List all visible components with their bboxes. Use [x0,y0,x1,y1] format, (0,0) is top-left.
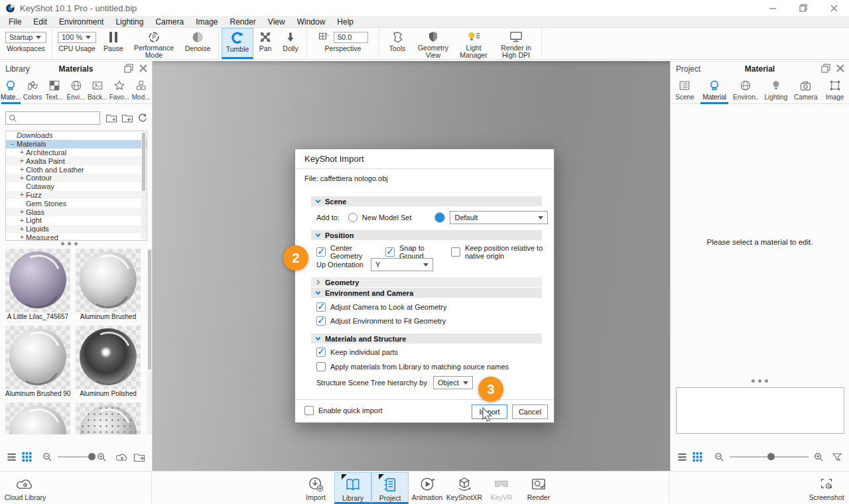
panel-resize-handle[interactable] [671,379,849,383]
tree-item-measured[interactable]: +Measured [6,233,147,241]
adjust-camera-checkbox[interactable] [316,302,326,312]
pan-button[interactable]: Pan [253,28,277,59]
expand-expander[interactable]: + [18,174,26,182]
tab-environments[interactable]: Envi... [65,79,87,101]
pause-button[interactable]: Pause [99,28,128,59]
tab-backplates[interactable]: Back... [87,79,109,101]
menu-edit[interactable]: Edit [27,17,53,27]
expand-expander[interactable]: + [18,191,26,198]
cancel-button[interactable]: Cancel [512,405,548,419]
close-panel-icon[interactable] [139,64,148,73]
tab-textures[interactable]: Text... [43,79,65,101]
center-geometry-checkbox[interactable] [316,247,326,257]
expand-expander[interactable]: + [18,149,26,156]
tree-item-cloth-and-leather[interactable]: +Cloth and Leather [6,165,147,174]
list-view-icon[interactable] [677,452,687,462]
menu-lighting[interactable]: Lighting [109,17,149,27]
zoom-out-icon[interactable] [714,452,724,462]
dolly-button[interactable]: Dolly [277,28,304,59]
tab-lighting[interactable]: Lighting [761,79,791,101]
material-thumb[interactable] [5,403,70,434]
filter-funnel-icon[interactable] [832,452,842,462]
section-materials-structure[interactable]: Materials and Structure [311,334,542,344]
menu-camera[interactable]: Camera [149,17,190,27]
collapse-expander[interactable]: − [9,141,17,148]
tumble-button[interactable]: Tumble [222,28,253,59]
tab-favorites[interactable]: Favo... [109,79,131,101]
close-button[interactable] [818,0,849,16]
grid-view-icon[interactable] [22,452,32,462]
tree-item-light[interactable]: +Light [6,216,147,225]
preview-size-slider[interactable] [730,456,809,458]
slider-knob[interactable] [88,453,96,460]
section-position[interactable]: Position [311,230,542,240]
import-folder-icon[interactable] [121,113,133,123]
expand-expander[interactable]: + [18,225,26,233]
section-scene[interactable]: Scene [311,196,542,206]
tree-item-fuzz[interactable]: +Fuzz [6,191,147,200]
workspaces-dropdown[interactable]: Startup [5,32,46,43]
tree-item-axalta-paint[interactable]: +Axalta Paint [6,157,147,165]
performance-mode-button[interactable]: P Performance Mode [128,28,180,59]
dock-screenshot[interactable]: Screenshot [808,472,845,504]
light-manager-button[interactable]: Light Manager [454,28,493,59]
new-model-set-radio[interactable] [348,213,358,222]
tree-item-liquids[interactable]: +Liquids [6,225,147,233]
material-thumb-aluminum-brushed-90[interactable]: Aluminum Brushed 90° [5,326,70,399]
material-thumb[interactable] [76,403,141,434]
apply-library-materials-checkbox[interactable] [316,362,326,371]
section-geometry[interactable]: Geometry [311,277,542,287]
adjust-environment-checkbox[interactable] [316,316,326,326]
tab-camera[interactable]: Camera [791,79,820,101]
material-thumb-lilac[interactable]: A Little Lilac_745657 [5,249,70,322]
expand-expander[interactable]: + [18,217,26,224]
tree-item-glass[interactable]: +Glass [6,208,147,216]
perspective-value-input[interactable]: 50.0 [334,32,368,43]
cloud-upload-icon[interactable] [116,452,128,462]
tree-item-materials[interactable]: −Materials [6,140,147,149]
expand-expander[interactable]: + [18,157,26,164]
menu-environment[interactable]: Environment [53,17,109,27]
tab-materials[interactable]: Mate... [0,79,22,101]
dock-library[interactable]: Library [334,472,371,504]
geometry-view-button[interactable]: Geometry View [413,28,454,59]
tab-models[interactable]: Mod... [130,79,152,101]
menu-file[interactable]: File [3,17,27,27]
hierarchy-dropdown[interactable]: Object [433,376,473,389]
menu-view[interactable]: View [262,17,291,27]
zoom-in-icon[interactable] [814,452,824,462]
keep-individual-parts-checkbox[interactable] [316,347,326,357]
up-orientation-dropdown[interactable]: Y [371,258,433,271]
dock-cloud-library[interactable]: Cloud Library [7,472,44,504]
grid-view-icon[interactable] [692,452,702,462]
existing-model-set-radio[interactable] [434,212,445,223]
library-search-input[interactable] [5,111,100,125]
tab-environment[interactable]: Environ... [730,79,761,101]
keep-position-checkbox[interactable] [451,247,460,257]
restore-button[interactable] [788,0,818,16]
dialog-title-bar[interactable]: KeyShot Import [295,149,554,169]
snap-to-ground-checkbox[interactable] [385,247,395,257]
thumbnail-size-slider[interactable] [58,456,92,458]
tab-image[interactable]: Image [821,79,849,101]
panel-resize-handle[interactable] [0,242,139,245]
tab-colors[interactable]: Colors [22,79,44,101]
tree-item-cutaway[interactable]: Cutaway [6,182,147,191]
enable-quick-import-checkbox[interactable] [304,406,314,415]
tree-item-architectural[interactable]: +Architectural [6,149,147,157]
dock-render[interactable]: Render [520,472,557,504]
minimize-button[interactable] [757,0,788,16]
section-environment-camera[interactable]: Environment and Camera [311,288,542,298]
render-high-dpi-button[interactable]: Render in High DPI [493,28,539,59]
tree-scrollbar[interactable] [141,133,146,239]
tree-item-downloads[interactable]: Downloads [6,131,147,140]
add-folder-icon[interactable] [105,113,117,123]
thumbnails-scrollbar[interactable] [147,249,152,434]
dock-project[interactable]: Project [371,472,409,504]
material-thumb-aluminum-polished[interactable]: Aluminum Polished [76,326,141,399]
menu-window[interactable]: Window [291,17,332,27]
float-panel-icon[interactable] [821,64,830,73]
dock-animation[interactable]: Animation [409,472,446,504]
menu-image[interactable]: Image [190,17,224,27]
tree-item-gem-stones[interactable]: Gem Stones [6,199,147,208]
